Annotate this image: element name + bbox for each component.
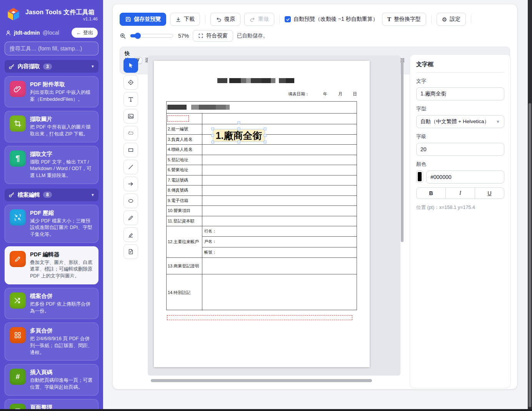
note-icon bbox=[127, 248, 134, 255]
autosave-status: 已自動儲存。 bbox=[237, 32, 268, 39]
redaction-box bbox=[167, 115, 189, 122]
checkbox-checked-icon[interactable] bbox=[285, 16, 291, 22]
resize-handle[interactable] bbox=[238, 141, 240, 144]
section-header-file-edit[interactable]: 檔案編輯 8 ▼ bbox=[5, 189, 98, 201]
sidebar-item-page-numbers[interactable]: # 插入頁碼自動把頁碼印進每一頁；可選位置、字級與起始頁碼。 bbox=[5, 364, 98, 395]
text-input[interactable] bbox=[416, 87, 504, 100]
ellipse-icon bbox=[127, 197, 134, 204]
sidebar-item-extract-images[interactable]: 擷取圖片把 PDF 中所有嵌入的圖片擷取出來，打包成 ZIP 下載。 bbox=[5, 111, 98, 142]
section-badge: 3 bbox=[43, 63, 52, 70]
pdf-canvas[interactable]: 填表日期： 年 月 日 2.統一編號 3.負責人姓名 4.聯絡人姓名 5.登記地… bbox=[148, 55, 400, 376]
window-vertical-scrollbar-thumb[interactable] bbox=[529, 103, 531, 407]
gear-icon: ⚙ bbox=[442, 17, 447, 22]
form-date-month: 月 bbox=[338, 91, 342, 97]
download-button[interactable]: 下載 bbox=[170, 13, 200, 26]
rectangle-icon bbox=[127, 147, 134, 154]
redo-icon bbox=[250, 17, 255, 22]
chevron-down-icon: ▼ bbox=[91, 64, 95, 68]
redo-button[interactable]: 重做 bbox=[244, 13, 274, 26]
sidebar-item-nup-merge[interactable]: 多頁合併把 2/4/6/8/9/16 頁 PDF 合併到一張紙；自訂版面、間距、… bbox=[5, 322, 98, 361]
change-font-button[interactable]: T 整份換字型 bbox=[382, 13, 426, 26]
tool-line-button[interactable] bbox=[123, 160, 138, 174]
resize-handle[interactable] bbox=[264, 141, 267, 144]
color-swatch-button[interactable] bbox=[416, 170, 423, 183]
sidebar-item-pdf-editor[interactable]: PDF 編輯器疊加文字、圖片、形狀、白底遮罩、標註；可編輯或刪除原 PDF 上的… bbox=[5, 246, 98, 284]
selected-text-annotation[interactable]: 1.廠商全銜 bbox=[212, 128, 266, 143]
save-icon bbox=[125, 16, 131, 22]
sidebar: Jason Tools 文件工具箱 v1.1.46 jtdt-admin @lo… bbox=[0, 0, 103, 411]
canvas-horizontal-scrollbar[interactable] bbox=[151, 379, 372, 382]
rotate-handle[interactable] bbox=[238, 122, 240, 124]
table-row-account: 12.主要往來帳戶 行名： 戶名： 帳號： bbox=[167, 226, 357, 257]
sidebar-item-pdf-compress[interactable]: PDF 壓縮減少 PDF 檔案大小；三種預設或進階自訂圖片 DPI、字型子集化等… bbox=[5, 205, 98, 243]
tool-pencil-button[interactable] bbox=[123, 211, 138, 225]
panel-title: 文字框 bbox=[416, 61, 504, 73]
section-header-content-extract[interactable]: 內容擷取 3 ▼ bbox=[5, 60, 98, 73]
resize-handle[interactable] bbox=[264, 128, 267, 130]
size-field-label: 字級 bbox=[416, 133, 504, 140]
window-horizontal-scrollbar[interactable] bbox=[0, 409, 532, 411]
tool-target-button[interactable] bbox=[123, 75, 138, 90]
color-swatch bbox=[418, 172, 422, 181]
user-host: @local bbox=[43, 30, 59, 36]
section-label: 檔案編輯 bbox=[18, 191, 40, 199]
sidebar-item-extract-text[interactable]: ¶ 擷取文字擷取 PDF 文字，輸出 TXT / Markdown / Word… bbox=[5, 146, 98, 184]
editor-main-card: 儲存並預覽 下載 復原 重做 自動預覽（改動後 ~1 秒自動重算） T 整份換字… bbox=[112, 4, 517, 389]
auto-preview-checkbox[interactable]: 自動預覽（改動後 ~1 秒自動重算） bbox=[285, 16, 378, 23]
tool-palette bbox=[123, 58, 138, 259]
zoom-toolbar: 57% 符合視窗 已自動儲存。 bbox=[120, 30, 510, 42]
search-input[interactable] bbox=[5, 42, 98, 55]
font-size-input[interactable] bbox=[416, 143, 504, 156]
highlighter-icon bbox=[127, 231, 134, 238]
resize-handle[interactable] bbox=[212, 128, 214, 130]
compress-icon bbox=[10, 209, 26, 226]
tool-cursor-button[interactable] bbox=[123, 58, 138, 73]
tool-rectangle-button[interactable] bbox=[123, 143, 138, 157]
tool-ellipse-button[interactable] bbox=[123, 194, 138, 208]
resize-handle[interactable] bbox=[264, 134, 267, 137]
bold-button[interactable]: B bbox=[416, 187, 446, 199]
table-row-note: 14.特別註記 bbox=[167, 274, 357, 311]
tool-arrow-button[interactable] bbox=[123, 177, 138, 191]
pencil-icon bbox=[10, 251, 26, 267]
annotation-text[interactable]: 1.廠商全銜 bbox=[213, 129, 265, 142]
sidebar-item-pdf-attachment-extract[interactable]: PDF 附件萃取列出並取出 PDF 中嵌入的檔案（EmbeddedFiles）。 bbox=[5, 76, 98, 107]
tool-whiteout-button[interactable] bbox=[123, 126, 138, 140]
font-select[interactable]: 自動（中文繁體 + Helvetica） ▼ bbox=[416, 115, 504, 128]
form-table-header bbox=[167, 102, 357, 113]
tool-text-button[interactable] bbox=[123, 92, 138, 107]
tool-image-button[interactable] bbox=[123, 109, 138, 124]
undo-button[interactable]: 復原 bbox=[210, 13, 240, 26]
tool-highlighter-button[interactable] bbox=[123, 227, 138, 242]
color-field-label: 顏色 bbox=[416, 161, 504, 168]
logout-button[interactable]: ←登出 bbox=[72, 28, 98, 38]
chevron-down-icon: ▼ bbox=[496, 119, 500, 124]
zoom-slider[interactable] bbox=[130, 33, 173, 39]
arrow-icon bbox=[127, 180, 134, 187]
resize-handle[interactable] bbox=[212, 134, 214, 137]
settings-button[interactable]: ⚙ 設定 bbox=[437, 13, 466, 26]
canvas-vertical-scrollbar[interactable] bbox=[401, 58, 404, 242]
form-date-day: 日 bbox=[353, 91, 357, 97]
font-T-icon: T bbox=[387, 16, 391, 23]
resize-handle[interactable] bbox=[238, 128, 240, 130]
divider bbox=[471, 15, 471, 23]
window-vertical-scrollbar[interactable] bbox=[528, 0, 532, 411]
pdf-page[interactable]: 填表日期： 年 月 日 2.統一編號 3.負責人姓名 4.聯絡人姓名 5.登記地… bbox=[154, 61, 370, 367]
italic-button[interactable]: I bbox=[445, 187, 475, 199]
underline-button[interactable]: U bbox=[475, 187, 504, 199]
table-row: 4.聯絡人姓名 bbox=[167, 144, 357, 155]
fit-window-button[interactable]: 符合視窗 bbox=[193, 30, 233, 42]
divider bbox=[205, 15, 205, 23]
auto-preview-label: 自動預覽（改動後 ~1 秒自動重算） bbox=[294, 16, 378, 23]
app-version: v1.1.46 bbox=[25, 17, 98, 21]
color-hex-input[interactable] bbox=[426, 170, 504, 184]
zoom-slider-thumb[interactable] bbox=[135, 33, 141, 39]
divider bbox=[279, 15, 280, 23]
table-row: 10.營業項目 bbox=[167, 206, 357, 216]
save-preview-button[interactable]: 儲存並預覽 bbox=[120, 13, 166, 26]
cursor-icon bbox=[127, 62, 134, 69]
tool-note-button[interactable] bbox=[123, 244, 138, 259]
sidebar-item-merge-files[interactable]: 檔案合併把多份 PDF 依上傳順序合併為一份。 bbox=[5, 288, 98, 319]
resize-handle[interactable] bbox=[212, 141, 214, 144]
